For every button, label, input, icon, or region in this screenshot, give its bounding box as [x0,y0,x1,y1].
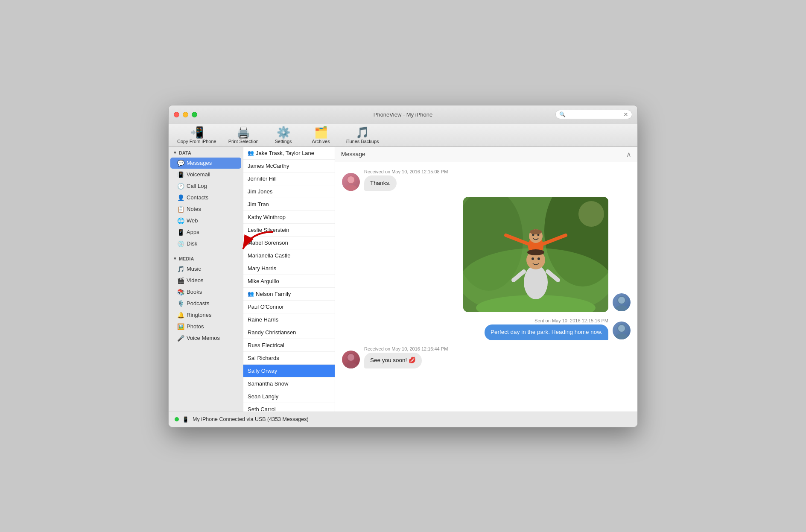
contact-item[interactable]: Mary Harris [243,262,335,275]
svg-point-27 [615,333,628,339]
contact-name: Leslie Silverstein [248,227,289,233]
apps-label: Apps [187,229,199,235]
window-controls [174,112,197,117]
clear-search-icon[interactable]: ✕ [623,111,628,118]
sidebar-item-apps[interactable]: 📱 Apps [170,227,241,238]
podcasts-icon: 🎙️ [177,300,184,307]
collapse-icon[interactable]: ∧ [626,150,631,158]
sidebar-item-contacts[interactable]: 👤 Contacts [170,192,241,203]
contact-item[interactable]: 👥Jake Trask, Taylor Lane [243,147,335,160]
settings-button[interactable]: ⚙️ Settings [271,127,296,144]
itunes-icon: 🎵 [356,127,369,138]
sidebar-item-music[interactable]: 🎵 Music [170,263,241,275]
archives-label: Archives [312,139,330,144]
copy-from-iphone-button[interactable]: 📲 Copy From iPhone [177,127,216,144]
sidebar-item-books[interactable]: 📚 Books [170,286,241,298]
contacts-icon: 👤 [177,194,184,201]
photo-bubble [463,197,608,312]
music-label: Music [187,266,201,272]
minimize-button[interactable] [183,112,188,117]
contact-item[interactable]: Jennifer Hill [243,172,335,185]
sidebar-item-messages[interactable]: 💬 Messages [170,158,241,169]
status-text: My iPhone Connected via USB (4353 Messag… [193,416,309,422]
contact-name: Sal Richards [248,355,279,361]
contact-item[interactable]: Jim Tran [243,198,335,211]
contact-item[interactable]: Jim Jones [243,185,335,198]
books-icon: 📚 [177,289,184,295]
contact-item[interactable]: James McCarthy [243,160,335,172]
contact-item[interactable]: Marianella Castle [243,249,335,262]
svg-point-8 [524,265,548,299]
contact-name: Jennifer Hill [248,175,277,182]
messages-area: Received on May 10, 2016 12:15:08 PM Tha… [335,162,637,412]
contact-item[interactable]: Mabel Sorenson [243,237,335,249]
archives-icon: 🗂️ [314,127,328,138]
settings-icon: ⚙️ [277,127,290,138]
contact-name: Samantha Snow [248,380,288,387]
contact-name: Nelson Family [256,291,291,297]
notes-label: Notes [187,206,201,212]
contact-name: Mike Arguillo [248,278,279,284]
print-label: Print Selection [228,139,259,144]
contact-item[interactable]: Sal Richards [243,352,335,365]
photo-bubble-wrap [463,197,608,312]
contact-item[interactable]: Kathy Winthrop [243,211,335,224]
sidebar-item-podcasts[interactable]: 🎙️ Podcasts [170,298,241,309]
svg-point-21 [527,249,544,255]
contact-item[interactable]: Samantha Snow [243,377,335,390]
message-bubble: Thanks. [364,175,397,191]
message-meta: Received on May 10, 2016 12:16:44 PM [364,346,448,351]
search-box[interactable]: 🔍 ✕ [555,110,632,119]
print-selection-button[interactable]: 🖨️ Print Selection [228,127,259,144]
contact-item[interactable]: Randy Christiansen [243,326,335,339]
photo-message-row [342,197,631,312]
contact-item[interactable]: 👥Nelson Family [243,288,335,301]
toolbar: 📲 Copy From iPhone 🖨️ Print Selection ⚙️… [169,124,637,147]
contact-name: Sally Orway [248,368,277,374]
contact-item[interactable]: Russ Electrical [243,339,335,352]
ringtones-label: Ringtones [187,312,212,318]
videos-label: Videos [187,277,204,284]
sidebar-item-web[interactable]: 🌐 Web [170,215,241,226]
contact-item[interactable]: Leslie Silverstein [243,224,335,237]
close-button[interactable] [174,112,179,117]
contact-name: Jim Tran [248,201,269,208]
svg-point-31 [348,354,354,361]
sidebar-item-notes[interactable]: 📋 Notes [170,204,241,215]
sidebar-item-voice-memos[interactable]: 🎤 Voice Memos [170,333,241,344]
contact-item[interactable]: Raine Harris [243,313,335,326]
message-panel-title: Message [341,151,365,158]
messages-label: Messages [187,160,212,166]
avatar-2 [342,351,360,368]
contact-item[interactable]: Seth Carrol [243,403,335,412]
message-text: See you soon! 💋 [370,357,416,363]
sidebar-item-call-log[interactable]: 🕐 Call Log [170,181,241,192]
bubble-wrap: Received on May 10, 2016 12:15:08 PM Tha… [364,169,448,191]
contact-name: Jim Jones [248,188,273,195]
archives-button[interactable]: 🗂️ Archives [308,127,334,144]
maximize-button[interactable] [192,112,197,117]
main-content: ▼ DATA 💬 Messages 📳 Voicemail 🕐 Call Log… [169,147,637,412]
sidebar-item-ringtones[interactable]: 🔔 Ringtones [170,310,241,321]
sidebar-item-photos[interactable]: 🖼️ Photos [170,321,241,332]
contact-item[interactable]: Mike Arguillo [243,275,335,288]
search-input[interactable] [567,111,623,117]
message-bubble: See you soon! 💋 [364,353,422,368]
svg-point-2 [348,176,354,183]
data-triangle-icon: ▼ [173,150,177,155]
voice-memos-label: Voice Memos [187,335,220,341]
sent-avatar-2 [613,322,631,339]
svg-point-25 [618,297,625,304]
contact-item[interactable]: Sean Langly [243,390,335,403]
contact-item[interactable]: Sally Orway [243,365,335,377]
podcasts-label: Podcasts [187,300,209,307]
sidebar-item-videos[interactable]: 🎬 Videos [170,275,241,286]
sidebar-item-voicemail[interactable]: 📳 Voicemail [170,169,241,180]
itunes-backups-button[interactable]: 🎵 iTunes Backups [346,127,379,144]
svg-point-18 [530,229,542,234]
sidebar-item-disk[interactable]: 💿 Disk [170,238,241,249]
contact-name: James McCarthy [248,163,289,169]
notes-icon: 📋 [177,206,184,213]
message-meta: Received on May 10, 2016 12:15:08 PM [364,169,448,174]
contact-item[interactable]: Paul O'Connor [243,301,335,313]
